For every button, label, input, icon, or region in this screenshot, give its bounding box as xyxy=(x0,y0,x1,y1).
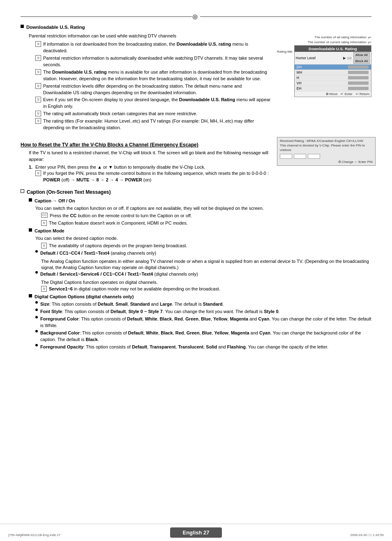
footer-right-text: 2009-03-30 □□ 1:42:50 xyxy=(350,533,384,537)
vchip-input-2[interactable] xyxy=(294,154,306,159)
note-7-row: N The rating titles (For example: Humor … xyxy=(21,118,271,131)
item-label-h: H xyxy=(296,76,348,80)
service-note: Service1~6 in digital caption mode may n… xyxy=(49,286,371,293)
rating-label-top-row: The number of all rating information ⌐ xyxy=(277,35,371,39)
footer-left-text: [750-NA]BN68-02111B-Eng.indb 27 xyxy=(8,533,60,537)
note-icon-7: N xyxy=(35,118,41,124)
service-note-row: N Service1~6 in digital caption mode may… xyxy=(21,286,371,293)
vchip-footer: ⚙ Change ↔ Enter PIN xyxy=(280,160,373,164)
emergency-intro: If the TV is tuned to a restricted chann… xyxy=(21,150,271,163)
rating-box: Downloadable U.S. Rating Humor Level ▶ 1… xyxy=(294,45,371,97)
black-square-icon xyxy=(21,25,24,28)
rating-humor-row: Humor Level ▶ 1/2 Allow All Block All xyxy=(295,52,371,65)
caption-hdmi-note: The Caption feature doesn't work in Comp… xyxy=(49,220,371,227)
dot-bullet-fg-opacity xyxy=(35,344,38,346)
digital-options-row: Digital Caption Options (digital channel… xyxy=(21,294,371,300)
caption-cc-note: Press the CC button on the remote contro… xyxy=(50,213,371,219)
dot-bullet-2 xyxy=(35,271,38,274)
top-line-right xyxy=(200,16,371,17)
digital-caption: Default / Service1~Service6 / CC1~CC4 / … xyxy=(40,271,371,278)
caption-heading-row: Caption (On-Screen Text Messages) xyxy=(21,189,371,197)
caption-mode-title: Caption Mode xyxy=(35,228,65,233)
dot-bullet-1 xyxy=(35,250,38,253)
black-square-caption-mode xyxy=(29,228,32,232)
vchip-box: Received Rating : MPAA X/Canadian Englis… xyxy=(277,137,376,166)
vchip-input-row xyxy=(280,154,373,159)
compass-icon xyxy=(192,12,200,21)
caption-mode-note-icon: N xyxy=(41,243,47,248)
item-label-mh: MH xyxy=(296,70,348,74)
page-number-text: English 27 xyxy=(182,529,209,536)
digital-options-title: Digital Caption Options (digital channel… xyxy=(35,294,134,299)
vchip-input-1[interactable] xyxy=(280,154,292,159)
hollow-square-icon xyxy=(21,189,24,193)
font-style-option-row: Font Style: This option consists of Defa… xyxy=(21,309,371,315)
analog-caption-desc: The Analog Caption function operates in … xyxy=(21,258,371,272)
note-icon-3: N xyxy=(35,69,41,75)
emergency-note-icon: N xyxy=(35,170,41,176)
vchip-body: This channel is blocked by V-Chip. Pleas… xyxy=(280,144,373,152)
note-4-row: N Parental restriction levels differ dep… xyxy=(21,83,271,96)
note-2-row: N Parental restriction information is au… xyxy=(21,55,271,68)
step1-number: 1. xyxy=(29,165,34,169)
note-4: Parental restriction levels differ depen… xyxy=(43,83,271,96)
vchip-title: Received Rating : MPAA X/Canadian Englis… xyxy=(280,139,373,143)
rating-item-eh: EH xyxy=(295,86,371,91)
rating-box-with-label: Rating title Downloadable U.S. Rating Hu… xyxy=(277,45,371,97)
note-1-row: N If information is not downloaded from … xyxy=(21,41,271,54)
top-decoration xyxy=(21,12,371,21)
caption-cc-note-row: CC Press the CC button on the remote con… xyxy=(21,213,371,219)
caption-mode-note: The availability of captions depends on … xyxy=(49,243,371,249)
vchip-sidebar: Received Rating : MPAA X/Canadian Englis… xyxy=(277,137,371,184)
main-content-left: Downloadable U.S. Rating Parental restri… xyxy=(21,25,271,132)
item-bar-mh xyxy=(348,71,369,74)
rating-buttons: Allow All Block All xyxy=(353,52,370,64)
block-all-button[interactable]: Block All xyxy=(353,58,370,64)
analog-caption: Default / CC1~CC4 / Text1~Text4 (analog … xyxy=(40,250,371,257)
bracket-current: ⌐ xyxy=(368,40,371,44)
emergency-step1-row: 1. Enter your PIN, then press the ▲ or ▼… xyxy=(21,165,271,169)
note-5: Even if you set the On-screen display to… xyxy=(43,97,271,110)
downloadable-intro: Parental restriction information can be … xyxy=(21,33,271,39)
caption-section: Caption (On-Screen Text Messages) Captio… xyxy=(21,189,371,351)
caption-note-icon-1: N xyxy=(41,220,47,226)
item-bar-dh xyxy=(348,65,369,69)
note-6-row: N The rating will automatically block ce… xyxy=(21,111,271,117)
item-label-eh: EH xyxy=(296,86,348,91)
dot-bullet-font xyxy=(35,309,38,311)
page-number-box: English 27 xyxy=(170,527,221,538)
downloadable-heading: Downloadable U.S. Rating xyxy=(26,25,85,30)
fg-color-option: Foreground Color: This option consists o… xyxy=(40,316,371,329)
fg-opacity-option-row: Foreground Opacity: This option consists… xyxy=(21,344,371,351)
analog-caption-row: Default / CC1~CC4 / Text1~Text4 (analog … xyxy=(21,250,371,257)
rating-title-label: Rating title xyxy=(277,49,293,55)
item-label-vh: VH xyxy=(296,81,348,85)
fg-color-option-row: Foreground Color: This option consists o… xyxy=(21,316,371,329)
size-option: Size: This option consists of Default, S… xyxy=(40,301,371,308)
emergency-section: How to Reset the TV after the V-Chip Blo… xyxy=(21,137,371,184)
digital-caption-row: Default / Service1~Service6 / CC1~CC4 / … xyxy=(21,271,371,278)
allow-all-button[interactable]: Allow All xyxy=(353,52,370,58)
item-bar-h xyxy=(348,76,369,79)
rating-box-header: Downloadable U.S. Rating xyxy=(295,46,371,52)
page-container: Downloadable U.S. Rating Parental restri… xyxy=(0,0,392,541)
note-2: Parental restriction information is auto… xyxy=(43,55,271,68)
rating-label-current-row: The number of current rating information… xyxy=(277,40,371,44)
caption-off-on-desc: You can switch the caption function on o… xyxy=(21,205,371,212)
note-icon-4: N xyxy=(35,83,41,89)
caption-off-on-title: Caption → Off / On xyxy=(35,198,75,203)
footer-return: ↩ Return xyxy=(356,92,369,96)
note-5-row: N Even if you set the On-screen display … xyxy=(21,97,271,110)
digital-caption-desc: The Digital Captions function operates o… xyxy=(21,279,371,286)
note-icon-5: N xyxy=(35,97,41,102)
downloadable-heading-row: Downloadable U.S. Rating xyxy=(21,25,271,31)
note-1: If information is not downloaded from th… xyxy=(43,41,271,54)
note-3-row: N The Downloadable U.S. rating menu is a… xyxy=(21,69,271,82)
caption-mode-row: Caption Mode xyxy=(21,228,371,235)
footer-enter: ↵ Enter xyxy=(341,92,352,96)
rating-item-vh: VH xyxy=(295,81,371,86)
rating-item-dh: DH xyxy=(295,65,371,70)
item-bar-vh xyxy=(348,81,369,85)
black-square-caption xyxy=(29,198,32,202)
vchip-input-3[interactable] xyxy=(308,154,320,159)
